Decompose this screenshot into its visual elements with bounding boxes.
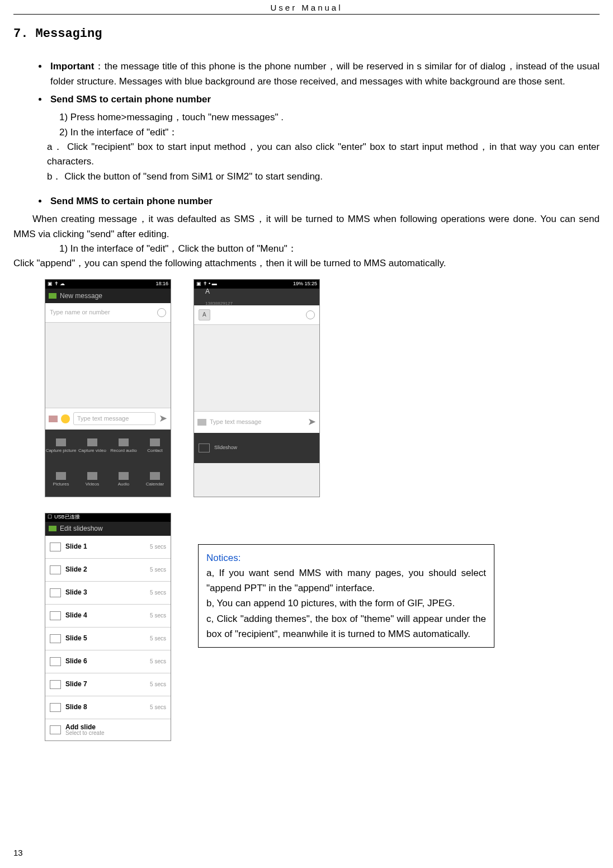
mic-icon xyxy=(119,438,129,446)
slide-icon xyxy=(50,680,61,689)
attach-grid: Capture picture Capture video Record aud… xyxy=(45,430,171,497)
page-number: 13 xyxy=(13,846,23,859)
contact-icon xyxy=(306,310,315,319)
camera-icon xyxy=(56,438,66,446)
video-icon xyxy=(87,438,97,446)
sms-step-1: 1) Press home>messaging，touch "new messa… xyxy=(13,110,600,125)
slide-icon xyxy=(50,542,61,551)
slide-row: Slide 65 secs xyxy=(45,650,171,673)
phone-compose: ▣ ✝ • ▬19% 15:25 A 13838829127 A Type te… xyxy=(194,279,320,497)
slide-icon xyxy=(50,657,61,666)
slide-icon xyxy=(50,634,61,643)
notice-a: a, If you want send MMS with many pages,… xyxy=(206,565,486,596)
screenshot-row-1: ▣ ✝ ☁18:16 New message Type name or numb… xyxy=(45,279,600,497)
section-title: 7. Messaging xyxy=(13,25,600,44)
page-header: User Manual xyxy=(13,0,600,15)
slide-row: Slide 35 secs xyxy=(45,582,171,605)
add-slide-icon xyxy=(50,725,61,734)
sms-step-2a: a． Click "recipient" box to start input … xyxy=(13,140,600,169)
slide-icon xyxy=(50,565,61,574)
notice-box: Notices: a, If you want send MMS with ma… xyxy=(198,544,494,648)
mms-step-1: 1) In the interface of "edit"，Click the … xyxy=(13,242,600,256)
mail-icon xyxy=(49,293,56,299)
important-text: ：the message title of this phone is the … xyxy=(50,61,600,86)
slide-row: Slide 75 secs xyxy=(45,673,171,696)
phone-new-message: ▣ ✝ ☁18:16 New message Type name or numb… xyxy=(45,279,171,497)
audio-icon xyxy=(119,472,129,480)
mms-intro: When creating message，it was defaulted a… xyxy=(13,212,600,242)
slideshow-icon xyxy=(199,444,210,452)
slide-row: Slide 25 secs xyxy=(45,559,171,582)
slide-icon xyxy=(50,611,61,620)
slide-row: Slide 55 secs xyxy=(45,628,171,650)
slide-row: Slide 85 secs xyxy=(45,696,171,719)
contact-grid-icon xyxy=(150,438,160,446)
slide-icon xyxy=(50,588,61,597)
sms-step-2b: b． Click the button of "send from SiM1 o… xyxy=(13,169,600,184)
videos-icon xyxy=(87,472,97,480)
emoji-icon xyxy=(61,414,70,423)
contact-icon xyxy=(157,308,166,317)
bullet-send-mms: Send MMS to certain phone number xyxy=(48,194,600,209)
send-icon: ➤ xyxy=(308,414,316,430)
sms-step-2: 2) In the interface of "edit"： xyxy=(13,125,600,140)
bullet-send-sms: Send SMS to certain phone number xyxy=(48,92,600,107)
calendar-icon xyxy=(150,472,160,480)
notice-c: c, Click "adding themes", the box of "th… xyxy=(206,611,486,641)
mail-icon xyxy=(49,526,56,531)
screenshot-row-2: ☐USB已连接 Edit slideshow Slide 15 secsSlid… xyxy=(45,513,600,741)
mms-append: Click "append"，you can spend the followi… xyxy=(13,256,600,271)
slide-icon xyxy=(50,703,61,712)
send-icon: ➤ xyxy=(159,411,167,427)
sim-icon xyxy=(49,416,58,422)
slide-row: Slide 15 secs xyxy=(45,536,171,559)
bullet-important: Important：the message title of this phon… xyxy=(48,59,600,89)
slide-row: Slide 45 secs xyxy=(45,605,171,628)
pictures-icon xyxy=(56,472,66,480)
notice-title: Notices: xyxy=(206,550,486,565)
notice-b: b, You can append 10 pictures, with the … xyxy=(206,596,486,611)
important-label: Important xyxy=(50,61,94,72)
phone-edit-slideshow: ☐USB已连接 Edit slideshow Slide 15 secsSlid… xyxy=(45,513,171,741)
sim-icon xyxy=(197,419,206,426)
